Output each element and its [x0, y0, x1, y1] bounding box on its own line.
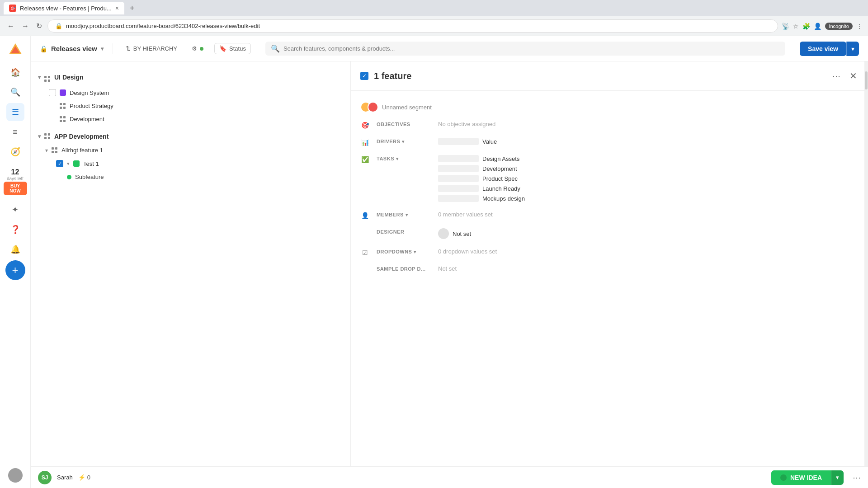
hierarchy-label: BY HIERARCHY — [133, 45, 177, 52]
browser-toolbar-icons: 📡 ☆ 🧩 👤 Incognito ⋮ — [782, 23, 863, 30]
sidebar-item-help[interactable]: ❓ — [6, 221, 24, 239]
filter-icon: ⚙ — [192, 45, 197, 52]
new-idea-dot — [780, 474, 787, 481]
new-idea-button[interactable]: NEW IDEA — [771, 470, 831, 485]
new-tab-button[interactable]: + — [126, 2, 138, 15]
list-item[interactable]: ▾ Alirhgt feature 1 — [31, 144, 350, 157]
forward-button[interactable]: → — [20, 20, 31, 32]
sidebar-item-list[interactable]: ≡ — [6, 123, 24, 141]
search-input[interactable] — [283, 45, 780, 52]
search-bar: 🔍 — [265, 42, 785, 56]
designer-value[interactable]: Not set — [438, 228, 859, 239]
tab-title: Releases view - Features | Produ... — [20, 5, 112, 12]
panel-scroll-area: Unnamed segment 🎯 OBJECTIVES No objectiv… — [351, 91, 868, 466]
filter-dot — [200, 47, 203, 51]
dropdowns-value[interactable]: 0 dropdown values set — [438, 248, 859, 255]
save-view-button[interactable]: Save view — [800, 42, 846, 56]
menu-icon[interactable]: ⋮ — [856, 23, 863, 30]
dropdowns-label[interactable]: DROPDOWNS ▾ — [377, 248, 431, 254]
drivers-label[interactable]: DRIVERS ▾ — [377, 138, 431, 144]
filter-button[interactable]: ⚙ — [188, 43, 207, 54]
segment-row: Unnamed segment — [351, 98, 868, 116]
item-name: Design System — [70, 89, 109, 96]
save-view-dropdown-button[interactable]: ▾ — [846, 42, 859, 56]
item-grid-icon — [52, 147, 58, 154]
collapse-icon: ▾ — [38, 74, 41, 80]
tasks-arrow-icon: ▾ — [396, 156, 399, 161]
app-logo[interactable] — [7, 42, 24, 58]
list-item[interactable]: ✓ ▾ Test 1 — [31, 157, 350, 170]
members-icon: 👤 — [360, 212, 369, 219]
tab-close-button[interactable]: × — [115, 5, 119, 12]
group-header-ui-design[interactable]: ▾ UI Design — [31, 69, 350, 86]
item-checkbox[interactable]: ✓ — [56, 160, 63, 167]
dropdowns-row: ☑ DROPDOWNS ▾ 0 dropdown values set — [351, 244, 868, 261]
group-grid-icon — [44, 72, 51, 82]
icon-sidebar: 🏠 🔍 ☰ ≡ 🧭 12 days left BUY NOW ✦ ❓ 🔔 + — [0, 36, 31, 488]
sample-drop-value[interactable]: Not set — [438, 265, 859, 272]
ideas-icon: ⚡ — [78, 474, 85, 481]
subfeature-dot — [67, 175, 71, 179]
status-label: Status — [229, 45, 246, 52]
ideas-count: ⚡ 0 — [78, 474, 90, 481]
new-idea-dropdown-button[interactable]: ▾ — [831, 470, 844, 485]
sidebar-item-search[interactable]: 🔍 — [6, 83, 24, 101]
collapse-icon: ▾ — [38, 133, 41, 140]
list-item[interactable]: Product Strategy — [31, 99, 350, 113]
browser-chrome: 🎯 Releases view - Features | Produ... × … — [0, 0, 868, 36]
chevron-down-icon[interactable]: ▾ — [101, 46, 104, 52]
sidebar-item-compass[interactable]: 🧭 — [6, 143, 24, 161]
panel-title: 1 feature — [374, 71, 825, 81]
incognito-badge: Incognito — [825, 23, 853, 30]
members-value[interactable]: 0 member values set — [438, 211, 859, 218]
item-checkbox[interactable] — [49, 89, 56, 96]
group-name-ui-design: UI Design — [54, 74, 84, 81]
sidebar-item-notifications[interactable]: 🔔 — [6, 240, 24, 258]
back-button[interactable]: ← — [5, 20, 16, 32]
group-name-app-dev: APP Development — [54, 133, 108, 140]
panel-more-button[interactable]: ⋯ — [830, 69, 842, 83]
objectives-value[interactable]: No objective assigned — [438, 121, 859, 127]
sidebar-item-star[interactable]: ✦ — [6, 201, 24, 219]
tasks-container: Design Assets Development Product Spec — [438, 155, 859, 202]
active-tab[interactable]: 🎯 Releases view - Features | Produ... × — [4, 2, 124, 14]
cast-icon[interactable]: 📡 — [782, 23, 789, 30]
bottom-user-avatar: SJ — [38, 471, 52, 484]
buy-now-button[interactable]: BUY NOW — [4, 182, 27, 195]
status-bar-more-button[interactable]: ⋯ — [853, 473, 861, 483]
list-item[interactable]: Development — [31, 113, 350, 126]
panel-close-button[interactable]: ✕ — [848, 69, 859, 83]
add-button[interactable]: + — [5, 260, 25, 280]
bookmark-icon[interactable]: ☆ — [793, 23, 799, 30]
view-title[interactable]: 🔒 Releases view ▾ — [40, 45, 104, 52]
sidebar-item-features[interactable]: ☰ — [6, 103, 24, 121]
list-item[interactable]: Subfeature — [31, 170, 350, 183]
reload-button[interactable]: ↻ — [34, 20, 44, 32]
list-item[interactable]: Design System — [31, 86, 350, 99]
group-header-app-dev[interactable]: ▾ APP Development — [31, 129, 350, 144]
task-progress-bar — [438, 185, 479, 192]
panel-scrollbar[interactable] — [864, 61, 868, 466]
drivers-icon: 📊 — [360, 139, 369, 146]
driver-bar — [438, 138, 479, 145]
toolbar-divider-1 — [113, 43, 113, 54]
user-avatar[interactable] — [8, 468, 23, 483]
tasks-label[interactable]: TASKS ▾ — [377, 155, 431, 161]
item-name: Subfeature — [75, 174, 104, 180]
panel-select-all-checkbox[interactable]: ✓ — [360, 72, 368, 80]
status-button[interactable]: 🔖 Status — [214, 43, 251, 54]
item-color-dot — [60, 89, 66, 96]
task-progress-bar — [438, 195, 479, 202]
segment-name: Unnamed segment — [382, 104, 432, 111]
extensions-icon[interactable]: 🧩 — [802, 23, 810, 30]
save-view-group: Save view ▾ — [800, 42, 859, 56]
bottom-user-name: Sarah — [57, 474, 73, 481]
hierarchy-button[interactable]: ⇅ BY HIERARCHY — [122, 43, 181, 54]
sidebar-item-home[interactable]: 🏠 — [6, 63, 24, 81]
members-label[interactable]: MEMBERS ▾ — [377, 211, 431, 217]
drivers-value[interactable]: Value — [438, 138, 859, 145]
item-name: Product Strategy — [70, 103, 113, 109]
profile-icon[interactable]: 👤 — [814, 23, 821, 30]
item-grid-icon — [60, 116, 66, 122]
url-bar[interactable]: 🔒 moodjoy.productboard.com/feature-board… — [47, 19, 778, 33]
